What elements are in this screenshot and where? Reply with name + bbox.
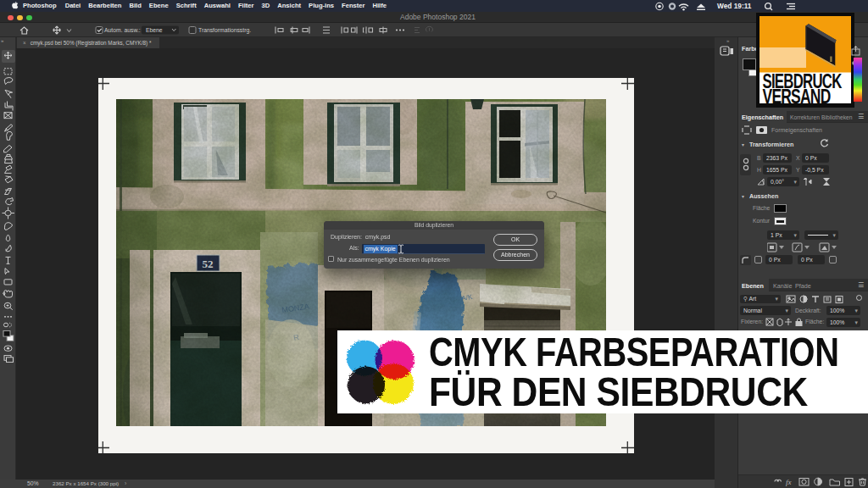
- svg-text:fx: fx: [786, 478, 792, 486]
- svg-text:VERSAND: VERSAND: [763, 86, 831, 108]
